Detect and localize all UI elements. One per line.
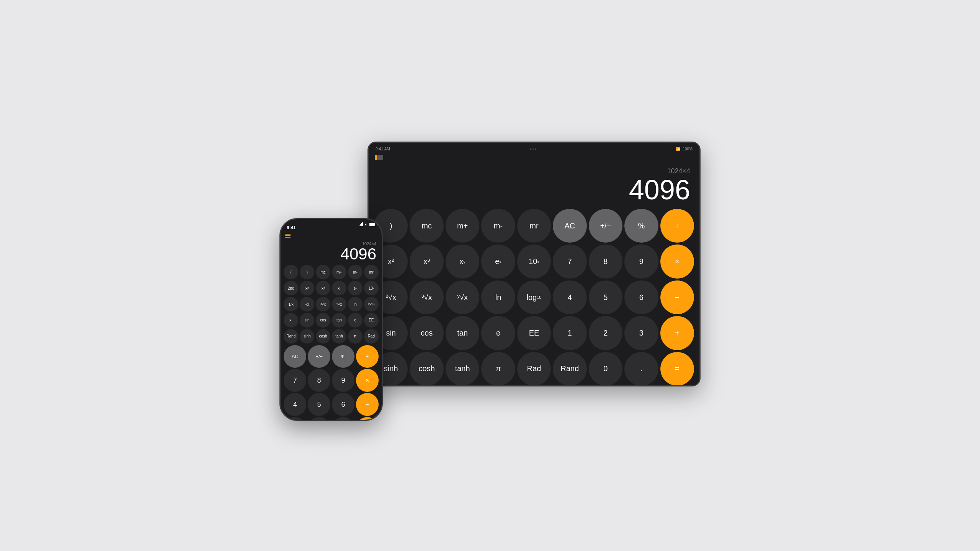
iphone-btn-divide[interactable]: ÷ <box>356 345 379 368</box>
iphone-btn-xy[interactable]: xy <box>332 281 346 295</box>
iphone-btn-3[interactable]: 3 <box>332 417 354 421</box>
btn-cosh[interactable]: cosh <box>410 352 443 386</box>
iphone-btn-8[interactable]: 8 <box>308 369 330 391</box>
btn-10x[interactable]: 10x <box>517 245 551 278</box>
btn-2[interactable]: 2 <box>589 316 622 350</box>
btn-cos[interactable]: cos <box>410 316 443 350</box>
iphone-btn-6[interactable]: 6 <box>332 393 354 416</box>
menu-icon[interactable] <box>285 234 291 238</box>
iphone-btn-9[interactable]: 9 <box>332 369 354 391</box>
btn-xy[interactable]: xy <box>446 245 479 278</box>
iphone-btn-2nd[interactable]: 2nd <box>284 281 298 295</box>
iphone-btn-mminus[interactable]: m- <box>348 265 363 279</box>
iphone-btn-x2[interactable]: x² <box>300 281 314 295</box>
btn-ex[interactable]: ex <box>481 245 515 278</box>
iphone-display: 1024×4 4096 <box>281 241 382 264</box>
btn-6[interactable]: 6 <box>624 280 658 314</box>
btn-e[interactable]: e <box>481 316 515 350</box>
btn-mc[interactable]: mc <box>410 209 443 243</box>
iphone-sci-row-1: ( ) mc m+ m- mr <box>284 265 379 279</box>
iphone-btn-cosh[interactable]: cosh <box>316 329 330 344</box>
iphone-btn-log10[interactable]: log10 <box>364 297 379 311</box>
btn-plus[interactable]: + <box>660 316 694 350</box>
iphone-btn-mplus[interactable]: m+ <box>332 265 346 279</box>
ipad-time: 9:41 AM <box>376 147 390 151</box>
btn-mminus[interactable]: m- <box>481 209 515 243</box>
btn-mplus[interactable]: m+ <box>446 209 479 243</box>
btn-sign[interactable]: +/− <box>589 209 622 243</box>
iphone-btn-mr[interactable]: mr <box>364 265 379 279</box>
iphone-btn-ln[interactable]: ln <box>348 297 363 311</box>
battery-label: 100% <box>683 147 693 151</box>
iphone-btn-rad[interactable]: Rad <box>364 329 379 344</box>
iphone-std-row-3: 4 5 6 − <box>284 393 379 416</box>
btn-9[interactable]: 9 <box>624 245 658 278</box>
iphone-btn-percent[interactable]: % <box>332 345 354 368</box>
iphone-button-grid: ( ) mc m+ m- mr 2nd x² x³ xy ex 10x <box>281 264 382 421</box>
iphone-btn-pi[interactable]: π <box>348 329 363 344</box>
iphone-btn-x3[interactable]: x³ <box>316 281 330 295</box>
iphone-btn-yrt[interactable]: ʸ√x <box>332 297 346 311</box>
iphone-btn-cbrt[interactable]: ³√x <box>316 297 330 311</box>
iphone-btn-multiply[interactable]: × <box>356 369 379 391</box>
btn-tanh[interactable]: tanh <box>446 352 479 386</box>
btn-equals[interactable]: = <box>660 352 694 386</box>
btn-rad[interactable]: Rad <box>517 352 551 386</box>
btn-mr[interactable]: mr <box>517 209 551 243</box>
btn-x3[interactable]: x³ <box>410 245 443 278</box>
btn-0[interactable]: 0 <box>589 352 622 386</box>
btn-ee[interactable]: EE <box>517 316 551 350</box>
btn-cbrt[interactable]: ³√x <box>410 280 443 314</box>
iphone-btn-inv[interactable]: 1/x <box>284 297 298 311</box>
iphone-result: 4096 <box>286 246 376 262</box>
iphone-btn-fact[interactable]: x! <box>284 313 298 328</box>
btn-percent[interactable]: % <box>624 209 658 243</box>
btn-7[interactable]: 7 <box>553 245 586 278</box>
btn-decimal[interactable]: . <box>624 352 658 386</box>
iphone-btn-7[interactable]: 7 <box>284 369 306 391</box>
ipad-display: 1024×4 4096 <box>369 163 699 207</box>
iphone-btn-sinh[interactable]: sinh <box>300 329 314 344</box>
btn-ac[interactable]: AC <box>553 209 586 243</box>
iphone-btn-ex[interactable]: ex <box>348 281 363 295</box>
iphone-btn-e[interactable]: e <box>348 313 363 328</box>
btn-ln[interactable]: ln <box>481 280 515 314</box>
ipad-status-bar: 9:41 AM 📶 100% <box>369 143 699 153</box>
iphone-btn-4[interactable]: 4 <box>284 393 306 416</box>
iphone-btn-cos[interactable]: cos <box>316 313 330 328</box>
btn-rand[interactable]: Rand <box>553 352 586 386</box>
iphone-btn-10x[interactable]: 10x <box>364 281 379 295</box>
btn-yrt[interactable]: ʸ√x <box>446 280 479 314</box>
btn-minus[interactable]: − <box>660 280 694 314</box>
iphone-btn-paren-close[interactable]: ) <box>300 265 314 279</box>
iphone-btn-tan[interactable]: tan <box>332 313 346 328</box>
iphone-btn-sign[interactable]: +/− <box>308 345 330 368</box>
iphone-btn-minus[interactable]: − <box>356 393 379 416</box>
btn-1[interactable]: 1 <box>553 316 586 350</box>
iphone-btn-ee[interactable]: EE <box>364 313 379 328</box>
iphone-btn-5[interactable]: 5 <box>308 393 330 416</box>
btn-log10[interactable]: log10 <box>517 280 551 314</box>
battery-fill <box>370 223 375 226</box>
btn-3[interactable]: 3 <box>624 316 658 350</box>
btn-8[interactable]: 8 <box>589 245 622 278</box>
iphone-btn-rand[interactable]: Rand <box>284 329 298 344</box>
iphone-btn-mc[interactable]: mc <box>316 265 330 279</box>
btn-divide[interactable]: ÷ <box>660 209 694 243</box>
menu-line-1 <box>285 234 291 235</box>
iphone-btn-1[interactable]: 1 <box>284 417 306 421</box>
iphone-btn-paren-open[interactable]: ( <box>284 265 298 279</box>
ipad-row-4: sin cos tan e EE 1 2 3 + <box>374 316 694 350</box>
iphone-btn-tanh[interactable]: tanh <box>332 329 346 344</box>
iphone-btn-sqrt[interactable]: √x <box>300 297 314 311</box>
btn-5[interactable]: 5 <box>589 280 622 314</box>
sidebar-toggle-icon[interactable] <box>375 155 693 160</box>
btn-pi[interactable]: π <box>481 352 515 386</box>
btn-4[interactable]: 4 <box>553 280 586 314</box>
btn-tan[interactable]: tan <box>446 316 479 350</box>
iphone-btn-2[interactable]: 2 <box>308 417 330 421</box>
iphone-btn-plus[interactable]: + <box>356 417 379 421</box>
iphone-btn-ac[interactable]: AC <box>284 345 306 368</box>
btn-multiply[interactable]: × <box>660 245 694 278</box>
iphone-btn-sin[interactable]: sin <box>300 313 314 328</box>
